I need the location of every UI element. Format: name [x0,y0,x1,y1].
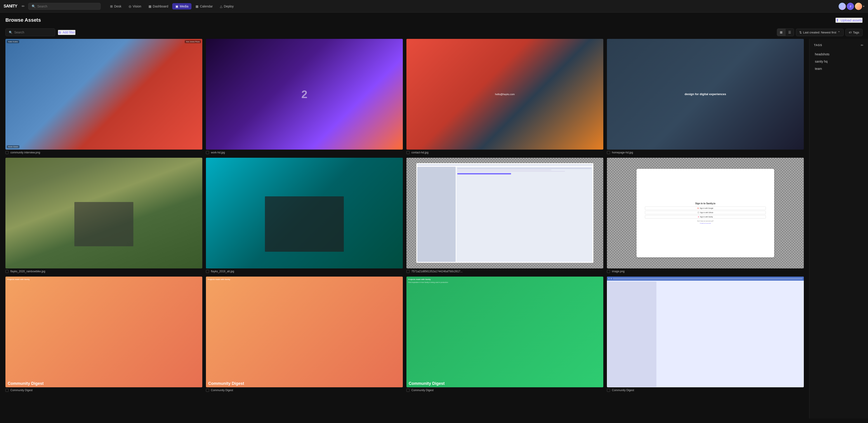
avatar-2[interactable]: J [847,3,854,10]
asset-checkbox[interactable] [5,151,8,154]
asset-checkbox[interactable] [406,270,410,273]
asset-thumbnail: Projects made with Sanity Community Dige… [5,276,202,387]
search-filter-bar[interactable]: 🔍 [5,29,55,36]
view-toggle: ⊞ ☰ [777,29,794,36]
nav-item-calendar[interactable]: ▦ Calendar [192,3,216,9]
tags-button[interactable]: 🏷 Tags [845,29,863,36]
list-item[interactable]: Community Digest [607,276,804,392]
nav-item-deploy[interactable]: △ Deploy [217,3,237,9]
avatar-3[interactable] [855,3,862,10]
asset-label: community interview.png [5,151,202,154]
upload-assets-button[interactable]: ⬆ Upload assets [835,18,863,23]
filter-search-input[interactable] [14,31,52,34]
asset-checkbox[interactable] [406,151,410,154]
grid-inner: Katie Kodes Keo Jones Pizza Kevin Green … [5,39,804,392]
tags-panel-title: TAGS [814,43,822,47]
tags-edit-icon[interactable]: ✏ [861,43,864,47]
avatar-group: J ▾ [839,3,864,10]
page-title: Browse Assets [5,17,41,23]
nav-item-media[interactable]: ▣ Media [172,3,191,9]
list-item[interactable]: 2 work-hd.jpg [206,39,403,154]
topnav: SANITY ✏ 🔍 ⊞ Desk ◎ Vision ▦ Dashboard ▣… [0,0,868,13]
asset-thumbnail: hello@hayks.com [406,39,603,150]
view-controls: ⊞ ☰ ⇅ Last created: Newest first ⌃ 🏷 Tag… [777,29,863,36]
asset-checkbox[interactable] [5,389,8,392]
vision-icon: ◎ [129,4,131,8]
upload-icon: ⬆ [836,18,839,22]
asset-checkbox[interactable] [607,270,610,273]
sort-chevron-icon: ⌃ [838,31,840,34]
topnav-search-bar[interactable]: 🔍 [28,3,101,10]
tag-icon: 🏷 [849,31,852,34]
list-item[interactable]: Projects made with Sanity Community Dige… [206,276,403,392]
avatar-dropdown-icon[interactable]: ▾ [863,5,864,8]
tag-item-team[interactable]: team [814,65,864,72]
desk-icon: ⊞ [110,4,113,8]
asset-label: 7571a21d8561352a1744246af7b0c2617... [406,270,603,273]
asset-thumbnail: design for digital experiences [607,39,804,150]
list-item[interactable]: 7571a21d8561352a1744246af7b0c2617... [406,158,603,273]
media-icon: ▣ [176,4,178,8]
asset-thumbnail: 2 [206,39,403,150]
grid-view-button[interactable]: ⊞ [777,29,785,36]
add-filter-button[interactable]: ⊕ Add filter [58,30,75,35]
deploy-icon: △ [220,4,222,8]
asset-checkbox[interactable] [206,151,209,154]
nav-items: ⊞ Desk ◎ Vision ▦ Dashboard ▣ Media ▦ Ca… [107,3,834,9]
asset-thumbnail [406,158,603,268]
nav-item-desk[interactable]: ⊞ Desk [107,3,125,9]
asset-label: Community Digest [206,389,403,392]
list-item[interactable]: hello@hayks.com contact-hd.jpg [406,39,603,154]
asset-checkbox[interactable] [607,389,610,392]
asset-label: flayks_2019_alt.jpg [206,270,403,273]
asset-label: homepage-hd.jpg [607,151,804,154]
asset-grid: Katie Kodes Keo Jones Pizza Kevin Green … [0,39,809,419]
asset-thumbnail: Projects made with Sanity Find inspirati… [406,276,603,387]
main-content: Katie Kodes Keo Jones Pizza Kevin Green … [0,39,868,419]
list-view-button[interactable]: ☰ [785,29,794,36]
list-item[interactable]: flayks_2020_rainbowbike.jpg [5,158,202,273]
asset-label: Community Digest [406,389,603,392]
list-item[interactable]: flayks_2019_alt.jpg [206,158,403,273]
asset-checkbox[interactable] [206,270,209,273]
list-icon: ☰ [788,31,791,34]
asset-label: image.png [607,270,804,273]
list-item[interactable]: Projects made with Sanity Community Dige… [5,276,202,392]
asset-label: flayks_2020_rainbowbike.jpg [5,270,202,273]
filter-search-icon: 🔍 [9,31,12,34]
page-header: Browse Assets ⬆ Upload assets [0,13,868,27]
list-item[interactable]: Sign in to Sanity.io G Sign in with Goog… [607,158,804,273]
tag-item-headshots[interactable]: headshots [814,51,864,58]
tags-panel-header: TAGS ✏ [814,43,864,47]
sort-icon: ⇅ [799,31,802,34]
asset-label: contact-hd.jpg [406,151,603,154]
tags-panel: TAGS ✏ headshots sanity hq team [809,39,868,419]
sort-button[interactable]: ⇅ Last created: Newest first ⌃ [796,29,844,36]
list-item[interactable]: Katie Kodes Keo Jones Pizza Kevin Green … [5,39,202,154]
search-icon: 🔍 [32,4,35,8]
add-filter-icon: ⊕ [58,30,61,35]
avatar-1[interactable] [839,3,846,10]
asset-thumbnail: Sign in to Sanity.io G Sign in with Goog… [607,158,804,268]
nav-item-dashboard[interactable]: ▦ Dashboard [145,3,172,9]
edit-icon[interactable]: ✏ [22,4,25,8]
asset-thumbnail [206,158,403,268]
dashboard-icon: ▦ [149,4,151,8]
asset-checkbox[interactable] [206,389,209,392]
asset-label: work-hd.jpg [206,151,403,154]
topnav-search-input[interactable] [37,4,97,8]
asset-thumbnail [607,276,804,387]
calendar-icon: ▦ [195,4,198,8]
list-item[interactable]: design for digital experiences homepage-… [607,39,804,154]
asset-checkbox[interactable] [5,270,8,273]
nav-item-vision[interactable]: ◎ Vision [125,3,145,9]
list-item[interactable]: Projects made with Sanity Find inspirati… [406,276,603,392]
toolbar: 🔍 ⊕ Add filter ⊞ ☰ ⇅ Last created: Newes… [0,27,868,39]
asset-label: Community Digest [607,389,804,392]
logo: SANITY [4,4,17,8]
asset-label: Community Digest [5,389,202,392]
asset-checkbox[interactable] [607,151,610,154]
asset-thumbnail [5,158,202,268]
asset-checkbox[interactable] [406,389,410,392]
tag-item-sanity-hq[interactable]: sanity hq [814,58,864,65]
